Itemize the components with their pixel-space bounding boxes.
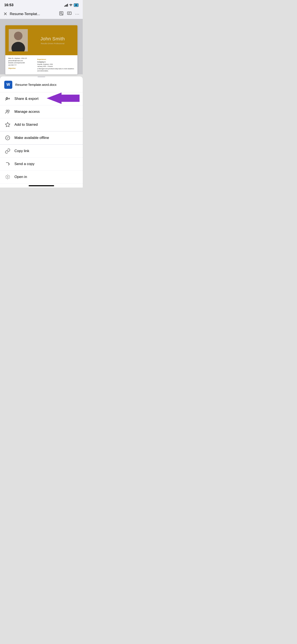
menu-item-make-offline[interactable]: Make available offline: [0, 132, 83, 144]
doc-body: Main St., Anytown, USA 123 johnsmith@ema…: [5, 55, 77, 74]
purple-arrow-annotation: [44, 91, 81, 106]
profile-photo: [9, 29, 28, 52]
objective-label: Objective:: [8, 67, 35, 70]
file-name: Resume-Template.word.docx: [15, 83, 56, 86]
bottom-sheet: W Resume-Template.word.docx Share & expo…: [0, 76, 83, 188]
company-name: Company A: [37, 61, 74, 63]
status-bar: 16:53 48: [0, 0, 83, 9]
home-bar: [29, 185, 54, 186]
svg-point-19: [6, 110, 8, 112]
employment-dates: January 2051 - Present: [37, 66, 74, 68]
share-export-icon: [5, 96, 10, 102]
open-in-icon: [5, 174, 10, 180]
manage-access-icon: [5, 109, 10, 115]
svg-point-20: [8, 110, 9, 112]
add-starred-label: Add to Starred: [14, 122, 38, 127]
svg-marker-18: [47, 92, 79, 104]
menu-item-share-export[interactable]: Share & export: [0, 92, 83, 105]
person-name: John Smith: [31, 36, 74, 42]
svg-line-28: [6, 175, 6, 176]
status-icons: 48: [64, 4, 78, 7]
address-text: Main St., Anytown, USA 123: [8, 57, 35, 60]
manage-access-label: Manage access: [14, 110, 40, 114]
top-bar: ✕ Resume-Templat... ⋯: [0, 9, 83, 19]
company-location: Anyville, Anytown, USA: [37, 63, 74, 66]
doc-header-band: John Smith Results-Driven Professional: [5, 25, 77, 55]
open-in-label: Open in: [14, 175, 27, 179]
svg-marker-21: [5, 122, 10, 127]
home-indicator: [0, 184, 83, 188]
star-icon: [5, 122, 10, 128]
document-title: Resume-Templat...: [10, 12, 56, 16]
doc-name-block: John Smith Results-Driven Professional: [31, 36, 74, 44]
more-icon[interactable]: ⋯: [75, 12, 79, 16]
make-offline-label: Make available offline: [14, 136, 49, 140]
send-copy-icon: [5, 161, 10, 167]
experience-label: Experience:: [37, 58, 74, 60]
signal-bars-icon: [64, 4, 68, 6]
svg-line-30: [9, 175, 9, 176]
status-time: 16:53: [4, 3, 13, 7]
comments-icon[interactable]: [67, 11, 72, 17]
linkedin-text: linkedin.com/in/johnsmith: [8, 62, 35, 64]
svg-point-1: [60, 12, 62, 14]
send-copy-label: Send a copy: [14, 162, 34, 166]
document-preview-area: John Smith Results-Driven Professional M…: [0, 19, 83, 74]
battery-icon: 48: [74, 4, 78, 7]
link-icon: [5, 148, 10, 154]
doc-right-col: Experience: Company A Anyville, Anytown,…: [37, 57, 74, 72]
top-bar-actions: ⋯: [59, 11, 79, 17]
menu-item-add-starred[interactable]: Add to Starred: [0, 118, 83, 131]
svg-rect-3: [67, 12, 71, 15]
svg-point-7: [14, 32, 22, 40]
copy-link-label: Copy link: [14, 149, 29, 153]
person-title: Results-Driven Professional: [31, 42, 74, 44]
menu-item-send-copy[interactable]: Send a copy: [0, 158, 83, 170]
wifi-icon: [69, 4, 72, 7]
svg-line-31: [6, 178, 6, 178]
svg-line-29: [9, 178, 9, 178]
phone-text: 222 555 777: [8, 64, 35, 66]
svg-line-2: [62, 14, 63, 15]
close-button[interactable]: ✕: [3, 11, 7, 17]
document-card: John Smith Results-Driven Professional M…: [5, 25, 77, 74]
word-icon: W: [4, 81, 12, 89]
file-name-row: W Resume-Template.word.docx: [0, 77, 83, 92]
menu-item-open-in[interactable]: Open in: [0, 170, 83, 184]
menu-item-manage-access[interactable]: Manage access: [0, 105, 83, 118]
bullet-1: ● Managed and prioritized daily tasks to…: [37, 68, 74, 72]
share-export-label: Share & export: [14, 97, 38, 101]
offline-icon: [5, 135, 10, 141]
menu-item-copy-link[interactable]: Copy link: [0, 145, 83, 158]
svg-point-23: [7, 177, 8, 177]
email-text: johnsmith@email.com: [8, 60, 35, 62]
doc-left-col: Main St., Anytown, USA 123 johnsmith@ema…: [8, 57, 35, 72]
search-icon[interactable]: [59, 11, 64, 17]
